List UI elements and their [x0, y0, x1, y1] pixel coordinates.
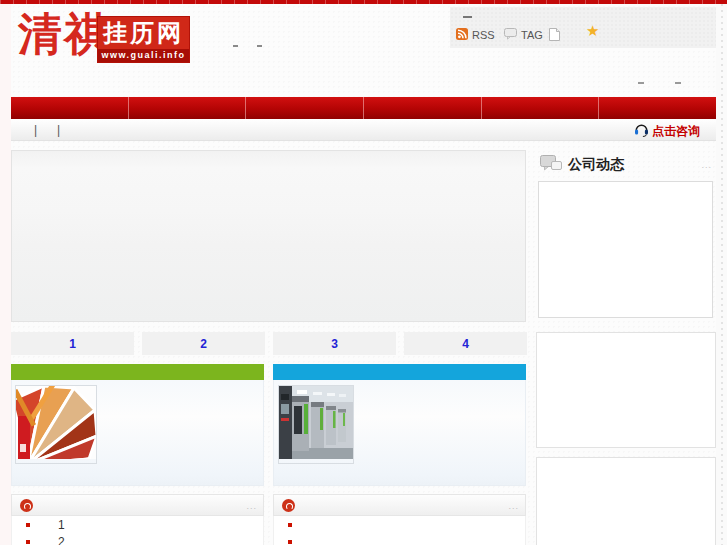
- red-bullet-icon: [26, 540, 30, 544]
- consult-label: 点击咨询: [652, 123, 700, 140]
- broken-image-dash: [257, 45, 262, 47]
- rss-label: RSS: [472, 29, 495, 41]
- list-item[interactable]: [274, 516, 525, 533]
- list-item-rank: 1: [58, 518, 65, 532]
- consult-button[interactable]: 点击咨询: [634, 122, 700, 141]
- broken-image-dash: [675, 82, 681, 84]
- list-item[interactable]: 1: [12, 516, 263, 533]
- news-section-left: ... 1 2: [11, 494, 264, 545]
- right-edge-pattern: [716, 4, 727, 545]
- link-separator: |: [57, 123, 60, 137]
- company-news-title: 公司动态: [568, 156, 624, 174]
- color-swatch-fan-image[interactable]: [15, 385, 97, 464]
- slider-tab-3[interactable]: 3: [273, 332, 396, 355]
- red-bullet-icon: [288, 540, 292, 544]
- more-link[interactable]: ...: [508, 501, 519, 511]
- slider-tab-4[interactable]: 4: [404, 332, 527, 355]
- red-arrow-circle-icon: [20, 499, 33, 512]
- nav-item-3[interactable]: [246, 97, 364, 119]
- broken-image-dash: [463, 16, 472, 18]
- sidebar-box-2: [536, 332, 716, 448]
- broken-image-dash: [638, 82, 644, 84]
- news-section-right: ...: [273, 494, 526, 545]
- tag-label: TAG: [521, 29, 543, 41]
- broken-image-dash: [233, 45, 238, 47]
- more-link[interactable]: ...: [246, 501, 257, 511]
- headset-icon: [634, 122, 649, 141]
- document-icon: [549, 28, 560, 43]
- nav-item-4[interactable]: [364, 97, 482, 119]
- banner-slider[interactable]: [11, 150, 526, 322]
- tag-bubble-icon: [504, 28, 517, 42]
- list-item-rank: 2: [58, 535, 65, 545]
- company-news-box: [538, 181, 713, 318]
- slider-tab-2[interactable]: 2: [142, 332, 265, 355]
- news-list-right: [273, 516, 526, 545]
- company-news-header: 公司动态 ...: [536, 152, 716, 179]
- logo-box[interactable]: 挂历网 www.guali.info: [97, 16, 190, 63]
- rss-link[interactable]: RSS: [456, 28, 495, 42]
- logo-box-text: 挂历网: [98, 17, 189, 49]
- red-arrow-circle-icon: [282, 499, 295, 512]
- printing-press-image[interactable]: [278, 385, 354, 464]
- sidebar-box-3: [536, 457, 716, 545]
- link-separator: |: [34, 123, 37, 137]
- slider-tab-1[interactable]: 1: [11, 332, 134, 355]
- news-section-left-header: ...: [11, 494, 264, 516]
- nav-item-6[interactable]: [599, 97, 716, 119]
- page: 清祺 挂历网 www.guali.info RSS TAG ★: [0, 0, 727, 545]
- promo-panel-left: [11, 364, 264, 488]
- blue-title-bar: [273, 364, 526, 380]
- news-section-right-header: ...: [273, 494, 526, 516]
- nav-item-5[interactable]: [482, 97, 600, 119]
- tag-link[interactable]: TAG: [504, 28, 543, 42]
- nav-item-1[interactable]: [11, 97, 129, 119]
- red-bullet-icon: [26, 523, 30, 527]
- subnav-strip: | | 点击咨询: [11, 119, 716, 141]
- main-nav: [11, 97, 716, 119]
- list-item[interactable]: [274, 533, 525, 545]
- logo-domain: www.guali.info: [98, 49, 189, 62]
- favorite-star-icon[interactable]: ★: [586, 23, 599, 38]
- left-edge-pattern: [0, 4, 11, 545]
- red-bullet-icon: [288, 523, 292, 527]
- header-quicklinks-box: RSS TAG ★: [450, 7, 716, 48]
- list-item[interactable]: 2: [12, 533, 263, 545]
- rss-icon: [456, 28, 468, 42]
- promo-panel-right: [273, 364, 526, 488]
- nav-item-2[interactable]: [129, 97, 247, 119]
- document-link[interactable]: [549, 28, 560, 43]
- more-link[interactable]: ...: [701, 160, 712, 170]
- news-list-left: 1 2: [11, 516, 264, 545]
- chat-windows-icon: [540, 155, 563, 177]
- green-title-bar: [11, 364, 264, 380]
